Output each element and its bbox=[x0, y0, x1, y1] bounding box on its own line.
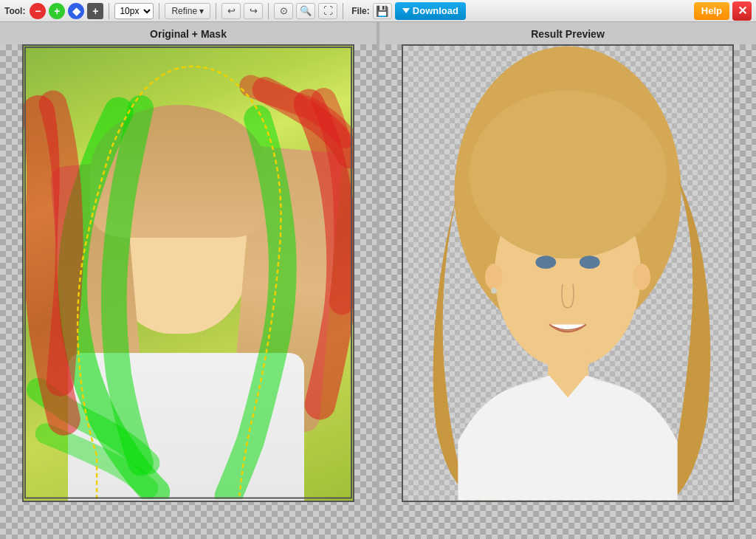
divider-2 bbox=[159, 3, 159, 19]
zoom-out-button[interactable]: 🔍 bbox=[296, 3, 315, 19]
undo-button[interactable]: ↩ bbox=[221, 3, 241, 19]
right-panel: Result Preview bbox=[379, 22, 756, 539]
left-image-canvas[interactable] bbox=[22, 44, 354, 502]
download-arrow-icon bbox=[402, 8, 410, 13]
close-button[interactable]: ✕ bbox=[732, 1, 752, 21]
hair-top bbox=[90, 105, 267, 238]
remove-brush-button[interactable]: − bbox=[30, 3, 46, 19]
svg-point-5 bbox=[580, 255, 600, 269]
divider-5 bbox=[343, 3, 343, 19]
shirt bbox=[68, 353, 304, 501]
extra-tool-button[interactable]: + bbox=[87, 3, 103, 19]
fullscreen-button[interactable]: ⛶ bbox=[318, 3, 337, 19]
add-brush-button[interactable]: + bbox=[49, 3, 65, 19]
download-label: Download bbox=[413, 5, 458, 16]
svg-point-4 bbox=[535, 255, 556, 269]
file-label: File: bbox=[351, 6, 370, 16]
svg-point-8 bbox=[491, 288, 497, 294]
svg-point-7 bbox=[485, 264, 503, 290]
divider-4 bbox=[268, 3, 269, 19]
divider-1 bbox=[109, 3, 109, 19]
tool-label: Tool: bbox=[4, 6, 25, 16]
toolbar: Tool: − + ◆ + 10px 5px 15px 20px Refine … bbox=[0, 0, 756, 22]
divider-3 bbox=[216, 3, 216, 19]
download-button[interactable]: Download bbox=[395, 2, 466, 20]
help-button[interactable]: Help bbox=[694, 2, 729, 20]
svg-point-9 bbox=[633, 264, 650, 290]
result-portrait bbox=[403, 46, 732, 501]
right-image-canvas[interactable] bbox=[402, 44, 734, 502]
svg-point-3 bbox=[469, 90, 667, 258]
edge-brush-button[interactable]: ◆ bbox=[68, 3, 84, 19]
left-panel-title: Original + Mask bbox=[150, 28, 227, 40]
brush-size-select[interactable]: 10px 5px 15px 20px bbox=[114, 3, 154, 19]
refine-label: Refine bbox=[171, 6, 197, 16]
refine-arrow-icon: ▾ bbox=[199, 6, 204, 16]
save-button[interactable]: 💾 bbox=[373, 3, 392, 19]
left-panel: Original + Mask bbox=[0, 22, 377, 539]
refine-button[interactable]: Refine ▾ bbox=[165, 3, 210, 19]
help-label: Help bbox=[701, 5, 722, 16]
right-panel-title: Result Preview bbox=[531, 28, 605, 40]
zoom-reset-button[interactable]: ⊙ bbox=[274, 3, 293, 19]
redo-button[interactable]: ↪ bbox=[244, 3, 263, 19]
main-area: Original + Mask bbox=[0, 22, 756, 539]
